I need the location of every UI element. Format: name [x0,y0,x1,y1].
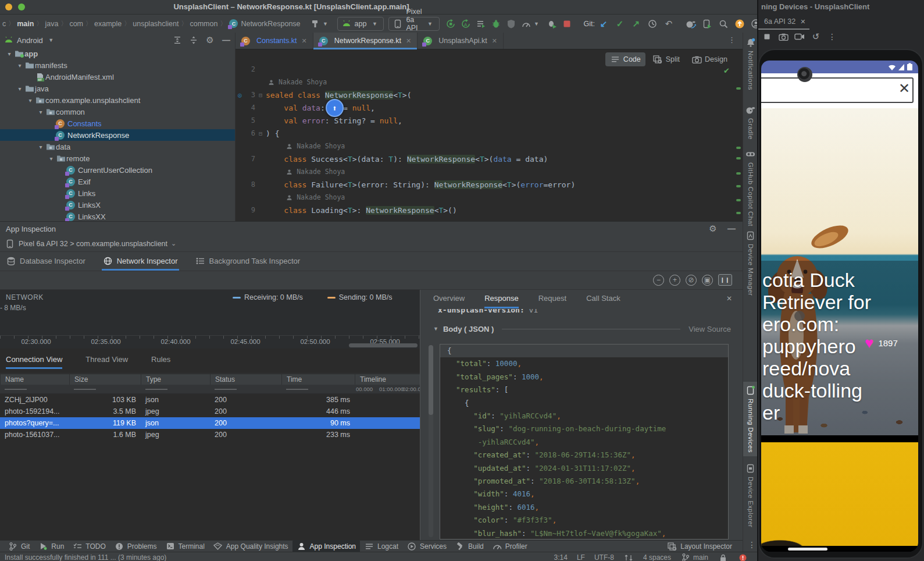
photo-yellow[interactable] [761,442,918,546]
home-indicator[interactable] [788,548,827,551]
chevron-expanded-icon[interactable]: ▾ [15,86,24,92]
tree-item-remote[interactable]: ▾remote [0,152,235,164]
hide-panel-icon[interactable]: — [726,223,737,234]
chevron-expanded-icon[interactable]: ▾ [15,62,24,69]
attach-debugger-button[interactable] [547,19,557,29]
tree-item-linksxx[interactable]: CLinksXX [0,211,235,221]
table-row[interactable]: photos?query=...119 KBjson20090 ms [0,417,420,429]
tab-rules[interactable]: Rules [151,355,170,369]
detail-scrollbar-thumb[interactable] [429,345,433,415]
tree-item-androidmanifest-xml[interactable]: MFAndroidManifest.xml [0,71,235,83]
reset-view-icon[interactable]: ↺ [811,31,821,42]
tree-item-networkresponse[interactable]: CNetworkResponse [0,129,235,141]
breadcrumb-item-NetworkResponse[interactable]: NetworkResponse [240,20,301,28]
column-header-size[interactable]: Size [69,374,141,385]
photo-dog-beach[interactable]: cotia DuckRetriever forero.com:puppyhero… [761,108,918,435]
close-tab-icon[interactable]: ✕ [301,37,306,45]
toolwin-app-inspection[interactable]: App Inspection [292,540,360,553]
search-input[interactable] [761,77,914,103]
ide-update-button[interactable] [734,19,745,29]
collapse-all-icon[interactable] [188,35,199,45]
profiler-button[interactable]: ▼ [521,19,542,29]
code-line[interactable]: 6⊟) { [236,127,730,140]
toolwin-logcat[interactable]: Logcat [360,540,402,553]
code-line[interactable]: 7 class Success<T>(data: T): NetworkResp… [236,152,730,165]
toolwin-todo[interactable]: TODO [68,540,109,553]
column-header-timeline[interactable]: Timeline [355,374,420,385]
expand-all-icon[interactable] [172,35,183,45]
toolwin-run[interactable]: Run [34,540,68,553]
file-encoding[interactable]: UTF-8 [594,553,614,561]
code-line[interactable]: 2 [236,63,730,76]
toolwin-profiler[interactable]: Profiler [488,540,531,553]
build-hammer-button[interactable]: ▼ [310,19,331,29]
run-tasks-button[interactable] [476,19,486,29]
device-manager-button[interactable] [702,19,712,29]
column-header-name[interactable]: Name [0,374,69,385]
json-body[interactable]: { "total": 10000, "total_pages": 1000, "… [440,344,729,539]
close-tab-icon[interactable]: ✕ [492,37,497,45]
stripe-device-manager[interactable]: Device Manager [743,230,758,296]
run-configuration-select[interactable]: app▼ [337,17,384,31]
caret-position[interactable]: 3:14 [554,553,568,561]
chevron-expanded-icon[interactable]: ▾ [26,97,35,104]
close-icon[interactable]: ✕ [800,18,805,26]
table-row[interactable]: photo-1592194...3.5 MBjpeg200446 ms [0,406,420,417]
project-view-selector[interactable]: Android [17,36,43,45]
stripe-github-copilot-chat[interactable]: GitHub Copilot Chat [743,149,758,226]
collapse-caret-icon[interactable]: ▼ [433,326,438,332]
tree-item-app[interactable]: ▾app [0,48,235,59]
git-history-button[interactable] [647,19,658,29]
tab-overview[interactable]: Overview [433,294,465,308]
more-options-icon[interactable]: ⋮ [827,31,837,42]
close-tab-icon[interactable]: ✕ [406,37,411,45]
code-line[interactable]: 3⊟◎sealed class NetworkResponse<T>( [236,88,730,101]
tree-item-constants[interactable]: CConstants [0,118,235,129]
editor-tab-unsplashapi-kt[interactable]: CUnsplashApi.kt✕ [418,33,504,49]
chevron-expanded-icon[interactable]: ▾ [36,109,45,115]
chevron-expanded-icon[interactable]: ▾ [5,51,14,57]
phone-screen[interactable]: cotia DuckRetriever forero.com:puppyhero… [761,61,918,552]
toolwin-build[interactable]: Build [451,540,488,553]
rerun-activity-button[interactable] [445,19,456,29]
apply-code-changes-button[interactable]: A [461,19,471,29]
toolwin-terminal[interactable]: Terminal [161,540,209,553]
stop-button[interactable] [562,19,572,29]
breadcrumb-item-main[interactable]: main [16,20,35,28]
stripe-running-devices[interactable]: Running Devices [743,382,758,456]
zoom-reset-icon[interactable]: ⊘ [686,275,697,286]
tab-call-stack[interactable]: Call Stack [586,294,620,308]
tree-item-exif[interactable]: CExif [0,176,235,187]
git-push-button[interactable]: ↗ [631,19,641,29]
tree-item-manifests[interactable]: ▾manifests [0,59,235,71]
tab-database-inspector[interactable]: Database Inspector [5,255,87,271]
stop-device-icon[interactable] [762,31,772,42]
close-detail-icon[interactable]: ✕ [726,294,732,303]
tree-item-common[interactable]: ▾common [0,106,235,118]
tree-item-linksx[interactable]: CLinksX [0,199,235,211]
pause-live-icon[interactable]: ❙❙ [718,274,732,286]
profile-button[interactable] [506,19,516,29]
git-commit-button[interactable]: ✓ [615,19,625,29]
zoom-to-fit-icon[interactable]: ▣ [702,275,713,286]
code-line[interactable]: 4 val data: T? = null,⬆ [236,101,730,114]
detail-scrollbar[interactable] [429,345,433,537]
column-header-status[interactable]: Status [210,374,281,385]
git-branch-widget[interactable]: main [680,552,708,561]
screen-record-icon[interactable] [794,31,805,42]
tab-response[interactable]: Response [484,294,519,308]
process-selector[interactable]: Pixel 6a API 32 > com.example.unsplashcl… [0,236,743,252]
indent-setting[interactable]: 4 spaces [643,553,671,561]
tree-item-data[interactable]: ▾data [0,141,235,152]
tree-item-com-example-unsplashclient[interactable]: ▾com.example.unsplashclient [0,94,235,106]
tab-bar-kebab-icon[interactable]: ⋮ [721,33,743,49]
code-line[interactable]: 8 class Failure<T>(error: String): Netwo… [236,178,730,191]
gradle-sync-button[interactable] [686,19,696,29]
graph-scrollbar[interactable] [349,343,418,347]
stripe-kebab-icon[interactable]: ⋮ [748,540,756,549]
code-line[interactable]: 9 class Loading<T>: NetworkResponse<T>() [236,204,730,216]
line-ending[interactable]: LF [577,553,585,561]
column-header-time[interactable]: Time [281,374,355,385]
zoom-in-icon[interactable]: + [669,275,680,286]
breadcrumb-item-com[interactable]: com [68,20,84,28]
